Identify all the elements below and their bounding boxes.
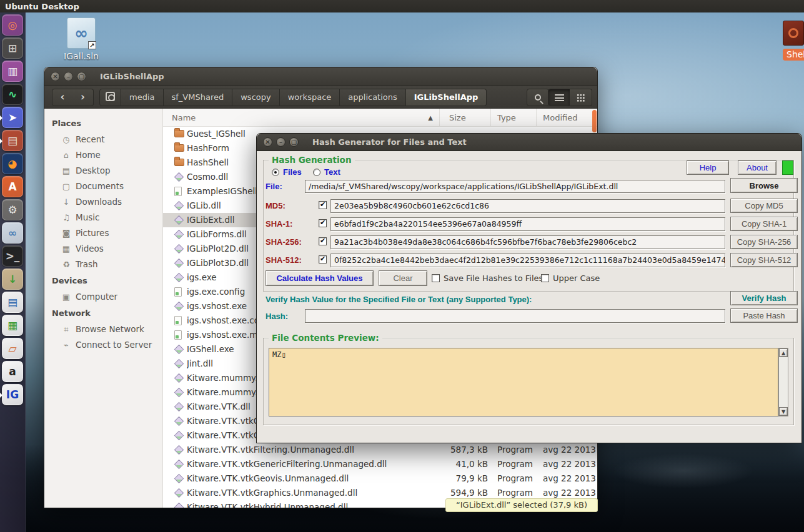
scroll-up-icon[interactable]: ▲ [779,348,788,357]
sidebar-item-home[interactable]: ⌂Home [44,147,162,163]
library-icon [174,359,184,369]
upper-case-checkbox[interactable] [541,274,549,282]
paste-hash-button[interactable]: Paste Hash [730,308,798,323]
sidebar-item-downloads[interactable]: ↓Downloads [44,194,162,210]
launcher-item-libreoffice-writer-icon[interactable]: ▤ [2,292,23,313]
column-header-modified[interactable]: Modified [537,109,597,127]
breadcrumb-segment[interactable]: IGLibShellApp [406,89,487,106]
minimize-icon[interactable]: – [276,137,285,147]
column-header-name[interactable]: Name ▲ [163,109,440,127]
hash-row-sha-512: SHA-512:0f8252c2ba4c1e8442beb3daec4f2d12… [257,253,802,268]
desktop-icon-label: IGall.sln [51,51,111,61]
sidebar-item-connect-to-server[interactable]: ⌁Connect to Server [44,337,162,353]
close-icon[interactable]: ✕ [263,137,272,147]
files-radio[interactable] [272,169,279,176]
sidebar-item-recent[interactable]: ◷Recent [44,132,162,147]
copy-hash-button[interactable]: Copy SHA-512 [730,253,798,267]
breadcrumb-segment[interactable]: sf_VMShared [164,89,233,106]
file-manager-titlebar[interactable]: ✕ – ▢ IGLibShellApp [44,67,597,86]
sidebar-item-music[interactable]: ♫Music [44,210,162,225]
back-button[interactable]: ‹ [52,89,73,106]
launcher-item-system-settings-icon[interactable]: ⚙ [2,199,23,220]
breadcrumb-root-icon[interactable] [99,89,121,106]
hash-dialog-titlebar[interactable]: ✕ – ▢ Hash Generator for Files and Text [257,134,802,151]
sidebar-item-pictures[interactable]: ◙Pictures [44,225,162,241]
minimize-icon[interactable]: – [64,72,73,81]
launcher-item-software-center-icon[interactable]: A [2,176,23,197]
launcher-item-software-updater-icon[interactable]: ↓ [2,268,23,290]
clear-button[interactable]: Clear [379,270,427,286]
breadcrumb-segment[interactable]: workspace [280,89,340,106]
calculate-hash-button[interactable]: Calculate Hash Values [266,270,374,286]
file-row[interactable]: Kitware.VTK.vtkFiltering.Unmanaged.dll58… [163,443,597,457]
maximize-icon[interactable]: ▢ [289,137,299,147]
help-button[interactable]: Help [687,160,729,175]
breadcrumb-segment[interactable]: applications [340,89,405,106]
browse-button[interactable]: Browse [730,178,798,193]
save-hashes-label[interactable]: Save File Hashes to Files [444,273,543,283]
search-button[interactable] [527,89,549,106]
file-row[interactable]: Kitware.VTK.vtkGenericFiltering.Unmanage… [163,457,597,471]
list-view-toggle[interactable] [548,89,570,106]
copy-hash-button[interactable]: Copy MD5 [730,199,798,213]
hash-row-sha-1: SHA-1:e6bfad1f9c2ba4a220154ee5396e67a0a8… [257,217,802,232]
hash-value-field[interactable]: e6bfad1f9c2ba4a220154ee5396e67a0a84959ff [330,217,725,231]
sidebar-item-videos[interactable]: ▦Videos [44,241,162,257]
close-icon[interactable]: ✕ [51,72,60,81]
sidebar-item-trash[interactable]: ♻Trash [44,257,162,272]
files-radio-label[interactable]: Files [283,167,302,177]
hash-enabled-checkbox[interactable] [319,255,327,264]
file-name: Kitware.VTK.vtkHybrid.Unmanaged.dll [187,500,440,508]
file-path-input[interactable]: /media/sf_VMShared/wscopy/workspace/appl… [305,180,725,193]
file-contents-preview[interactable]: MZ▯ [269,348,778,416]
sidebar-item-browse-network[interactable]: ⌗Browse Network [44,322,162,337]
copy-hash-button[interactable]: Copy SHA-1 [730,217,798,231]
launcher-item-purple-terminal-app-icon[interactable]: ▥ [2,61,23,82]
text-radio[interactable] [313,169,320,176]
launcher-item-dash-home-icon[interactable]: ◎ [2,14,23,36]
launcher-item-system-monitor-icon[interactable]: ∿ [2,84,23,105]
file-name: Kitware.VTK.vtkGenericFiltering.Unmanage… [187,457,440,471]
launcher-item-libreoffice-calc-icon[interactable]: ▦ [2,315,23,336]
launcher-item-workspace-switcher-icon[interactable]: ⊞ [2,37,23,59]
verify-hash-button[interactable]: Verify Hash [730,291,798,305]
launcher-item-firefox-icon[interactable]: ◕ [2,153,23,174]
group-label: File Contents Preview: [269,333,382,343]
hash-value-field[interactable]: 2e03ea5b9b8c4960cb601e62c6cd1c86 [330,199,725,213]
copy-hash-button[interactable]: Copy SHA-256 [730,235,798,249]
preview-scrollbar[interactable]: ▲ ▼ [778,348,788,416]
launcher-item-iglib-icon[interactable]: IG [2,384,23,405]
scrollbar-thumb[interactable] [592,110,597,132]
breadcrumb-segment[interactable]: wscopy [232,89,279,106]
save-hashes-checkbox[interactable] [432,274,440,282]
hash-enabled-checkbox[interactable] [319,237,327,245]
maximize-icon[interactable]: ▢ [77,72,86,81]
column-header-type[interactable]: Type [491,109,537,127]
upper-case-label[interactable]: Upper Case [553,273,600,283]
hash-value-field[interactable]: 9a21ac3b4b038e49da8e38c064c686b4fc596bfb… [330,235,725,249]
sidebar-item-documents[interactable]: ▢Documents [44,179,162,194]
text-radio-label[interactable]: Text [324,167,340,177]
hash-enabled-checkbox[interactable] [319,219,327,227]
desktop-icon-shel[interactable]: Shel [783,21,804,61]
desktop-icon-igall[interactable]: ∞ ↗ IGall.sln [51,17,111,61]
about-button[interactable]: About [738,160,777,175]
launcher-item-remote-desktop-icon[interactable]: ➤ [2,107,23,128]
launcher-item-terminal-icon[interactable]: >_ [2,245,23,267]
hash-value-field[interactable]: 0f8252c2ba4c1e8442beb3daec4f2d12b81e39c2… [330,254,725,267]
forward-button[interactable]: › [72,89,94,106]
launcher-item-archive-drawer-icon[interactable]: ▤ [2,130,23,151]
sidebar-item-desktop[interactable]: ▤Desktop [44,163,162,179]
verify-hash-input[interactable] [305,309,725,323]
launcher-item-libreoffice-impress-icon[interactable]: ▱ [2,338,23,359]
column-header-size[interactable]: Size [440,109,491,127]
file-row[interactable]: Kitware.VTK.vtkGeovis.Unmanaged.dll79,9 … [163,471,597,486]
hash-enabled-checkbox[interactable] [319,201,327,209]
launcher-item-amazon-icon[interactable]: a [2,361,23,382]
sidebar-item-computer[interactable]: ▣Computer [44,289,162,305]
grid-view-toggle[interactable] [570,89,592,106]
library-icon [174,488,184,498]
breadcrumb-segment[interactable]: media [121,89,164,106]
scroll-down-icon[interactable]: ▼ [779,407,788,416]
launcher-item-igall-swirl-icon[interactable]: ∞ [2,222,23,244]
